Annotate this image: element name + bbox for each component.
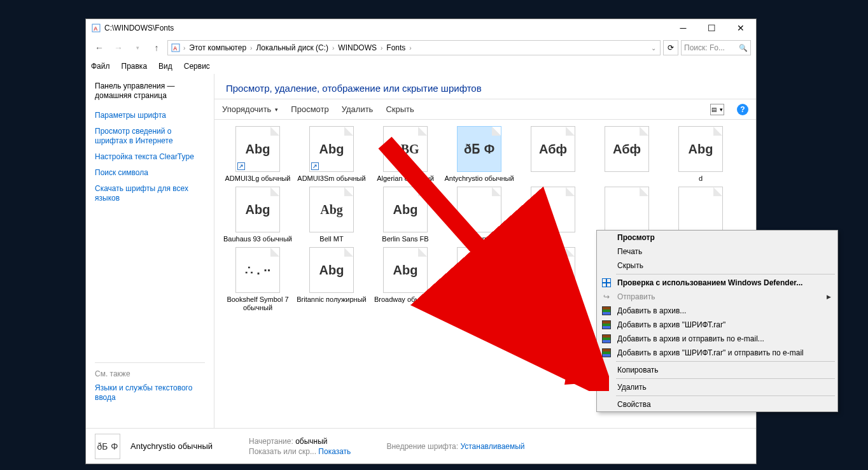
context-menu-item[interactable]: ↪Отправить▶ [597,290,837,304]
font-item[interactable]: Abg↗ADMUI3Lg обычный [222,126,293,183]
font-item[interactable]: Abg↗ADMUI3Sm обычный [296,126,367,183]
font-item[interactable]: ABGAlgerian обычный [370,126,441,183]
context-menu: ПросмотрПечатьСкрытьПроверка с использов… [596,230,838,412]
context-menu-item[interactable]: Проверка с использованием Windows Defend… [597,276,837,290]
context-menu-item[interactable]: Печать [597,245,837,259]
font-thumbnail [531,247,575,293]
context-menu-item[interactable]: Удалить [597,380,837,394]
chevron-down-icon[interactable]: ⌄ [650,45,657,52]
chevron-right-icon: › [249,45,253,52]
forward-button[interactable]: → [110,39,127,56]
context-menu-label: Добавить в архив и отправить по e-mail..… [617,334,764,343]
minimize-button[interactable]: ─ [669,19,697,37]
context-menu-item[interactable]: Свойства [597,397,837,411]
svg-text:A: A [173,45,178,52]
font-thumbnail [605,187,649,232]
font-item[interactable]: Абф [517,126,589,183]
font-label: Antychrystio обычный [444,174,514,183]
breadcrumb-item[interactable]: Этот компьютер [188,43,248,52]
details-thumbnail: ðƂ Φ [95,434,120,459]
search-placeholder: Поиск: Fo... [684,43,725,52]
font-label: Bell MT [319,235,343,243]
up-button[interactable]: ↑ [148,39,165,56]
details-pane: ðƂ Φ Antychrystio обычный Начертание: об… [86,428,756,464]
refresh-button[interactable]: ⟳ [663,40,678,55]
close-button[interactable]: ✕ [726,19,755,37]
sidebar-link-text-services[interactable]: Языки и службы текстового ввода [95,383,205,402]
font-item[interactable]: Calibri [517,247,589,312]
font-thumbnail: Abg [383,247,428,293]
details-style-value: обычный [295,437,327,446]
context-menu-separator [616,378,835,379]
sidebar-link-charmap[interactable]: Поиск символа [95,168,205,178]
context-menu-item[interactable]: Добавить в архив "ШРИФТ.rar" [597,318,837,332]
context-menu-item[interactable]: Добавить в архив "ШРИФТ.rar" и отправить… [597,346,837,360]
font-thumbnail [531,187,575,232]
menu-view[interactable]: Вид [158,62,172,71]
sidebar-link-download[interactable]: Скачать шрифты для всех языков [95,184,205,203]
folder-icon: A [171,43,181,53]
search-input[interactable]: Поиск: Fo... 🔍 [681,40,751,55]
hide-button[interactable]: Скрыть [386,104,414,114]
help-button[interactable]: ? [737,104,748,115]
font-label: Bauhaus 93 обычный [223,235,292,243]
sidebar-link-cleartype[interactable]: Настройка текста ClearType [95,152,205,162]
breadcrumb-item[interactable]: Fonts [385,43,407,52]
rar-icon [601,333,612,345]
context-menu-item[interactable]: Добавить в архив и отправить по e-mail..… [597,332,837,346]
breadcrumb-item[interactable]: Локальный диск (C:) [255,43,330,52]
recent-dropdown[interactable]: ▾ [129,39,146,56]
organize-button[interactable]: Упорядочить [222,104,278,114]
delete-button[interactable]: Удалить [342,104,374,114]
font-thumbnail: Abg [235,187,280,232]
context-menu-label: Проверка с использованием Windows Defend… [617,278,802,287]
sidebar-heading[interactable]: Панель управления — домашняя страница [95,82,205,101]
font-item[interactable]: Абф [591,126,662,183]
sidebar-link-font-settings[interactable]: Параметры шрифта [95,111,205,120]
context-menu-item[interactable]: Просмотр [597,231,837,245]
font-item[interactable]: ∴ . ··Bookshelf Symbol 7 обычный [222,247,293,312]
font-item[interactable]: Abgd [665,126,736,183]
page-title: Просмотр, удаление, отображение или скры… [226,83,745,94]
rar-icon [601,305,612,317]
font-item[interactable]: ðƂ ΦAntychrystio обычный [444,126,515,183]
back-button[interactable]: ← [91,39,108,56]
context-menu-item[interactable]: Скрыть [597,259,837,273]
maximize-button[interactable]: ☐ [697,19,726,37]
menu-bar: Файл Правка Вид Сервис [86,59,756,74]
preview-button[interactable]: Просмотр [291,104,328,114]
font-thumbnail: Abg [383,187,428,232]
context-menu-separator [616,395,835,396]
breadcrumb-bar[interactable]: A › Этот компьютер › Локальный диск (C:)… [167,40,661,55]
font-item[interactable] [517,187,589,243]
font-label: Be упл [468,235,490,243]
context-menu-item[interactable]: Добавить в архив... [597,304,837,318]
font-item[interactable]: AbgBauhaus 93 обычный [222,187,293,243]
breadcrumb-item[interactable]: WINDOWS [337,43,378,52]
font-item[interactable]: Brush Script MT курсив [444,247,515,312]
details-style-label: Начертание: [249,437,293,446]
view-options-button[interactable]: ▤ [710,104,724,115]
explorer-window: A C:\WINDOWS\Fonts ─ ☐ ✕ ← → ▾ ↑ A › Это… [85,18,757,464]
shortcut-icon: ↗ [237,162,245,170]
font-item[interactable]: AbgBroadway обычный [370,247,441,312]
menu-service[interactable]: Сервис [184,62,210,71]
details-showhide-label: Показать или скр... [249,447,316,456]
details-showhide-value[interactable]: Показать [318,447,351,456]
menu-file[interactable]: Файл [91,62,110,71]
context-menu-separator [616,361,835,362]
context-menu-item[interactable]: Копировать [597,363,837,377]
font-item[interactable]: AbgBell MT [296,187,367,243]
chevron-right-icon: › [182,45,186,52]
sidebar-link-font-info[interactable]: Просмотр сведений о шрифтах в Интернете [95,127,205,146]
sidebar: Панель управления — домашняя страница Па… [86,74,214,428]
font-label: ADMUI3Lg обычный [225,174,290,183]
font-item[interactable]: AbgBritannic полужирный [296,247,367,312]
menu-edit[interactable]: Правка [122,62,148,71]
chevron-right-icon: › [331,45,335,52]
font-item[interactable]: Be упл [444,187,515,243]
context-menu-separator [616,274,835,274]
font-thumbnail [678,187,723,232]
font-item[interactable]: AbgBerlin Sans FB [370,187,441,243]
seealso-heading: См. также [95,369,205,378]
